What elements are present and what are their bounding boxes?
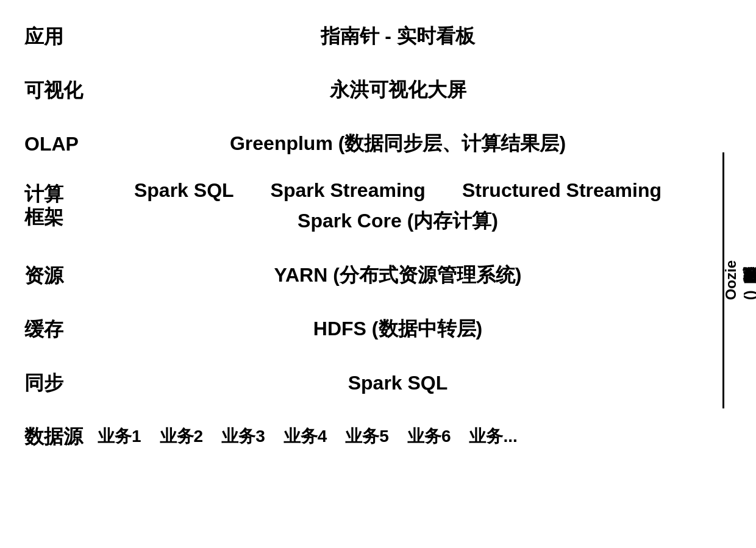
compute-label-line1: 计算: [24, 182, 98, 205]
datasource-item-6: 业务6: [407, 425, 451, 448]
datasource-item-1: 业务1: [98, 425, 141, 448]
compute-top-row: Spark SQL Spark Streaming Structured Str…: [98, 179, 698, 202]
app-content: 指南针 - 实时看板: [98, 23, 698, 50]
datasource-item-5: 业务5: [345, 425, 389, 448]
datasource-item-more: 业务...: [469, 425, 517, 448]
cache-row: 缓存 HDFS (数据中转层): [24, 311, 732, 347]
compute-row: 计算 框架 Spark SQL Spark Streaming Structur…: [24, 179, 732, 240]
resource-label: 资源: [24, 264, 98, 287]
visualization-text: 永洪可视化大屏: [330, 77, 466, 104]
spark-core-text: Spark Core (内存计算): [298, 210, 498, 232]
datasource-item-2: 业务2: [160, 425, 204, 448]
resource-row: 资源 YARN (分布式资源管理系统): [24, 257, 732, 294]
main-container: 应用 指南针 - 实时看板 可视化 永洪可视化大屏 OLAP Greenplum…: [0, 0, 756, 548]
spark-sql-text: Spark SQL: [134, 179, 234, 202]
resource-content: YARN (分布式资源管理系统): [98, 262, 698, 289]
app-text: 指南针 - 实时看板: [321, 23, 474, 50]
datasource-item-3: 业务3: [221, 425, 265, 448]
cache-label: 缓存: [24, 318, 98, 341]
structured-streaming-text: Structured Streaming: [462, 179, 661, 202]
compute-label: 计算 框架: [24, 179, 98, 229]
compute-label-line2: 框架: [24, 205, 98, 229]
olap-row: OLAP Greenplum (数据同步层、计算结果层): [24, 126, 732, 162]
resource-text: YARN (分布式资源管理系统): [274, 262, 522, 289]
compute-content: Spark SQL Spark Streaming Structured Str…: [98, 179, 698, 235]
cache-text: HDFS (数据中转层): [313, 316, 482, 343]
olap-content: Greenplum (数据同步层、计算结果层): [98, 130, 698, 157]
visualization-label: 可视化: [24, 79, 98, 102]
datasource-label: 数据源: [24, 425, 98, 448]
app-row: 应用 指南针 - 实时看板: [24, 18, 732, 55]
olap-text: Greenplum (数据同步层、计算结果层): [230, 130, 566, 157]
side-label-text: Oozie(工作流管理系统): [721, 260, 756, 300]
sync-row: 同步 Spark SQL: [24, 365, 732, 401]
visualization-row: 可视化 永洪可视化大屏: [24, 72, 732, 109]
sync-label: 同步: [24, 371, 98, 394]
datasource-row: 数据源 业务1 业务2 业务3 业务4 业务5 业务6 业务...: [24, 418, 732, 455]
side-label-container: Oozie(工作流管理系统): [722, 152, 756, 408]
visualization-content: 永洪可视化大屏: [98, 77, 698, 104]
datasource-item-4: 业务4: [284, 425, 327, 448]
app-label: 应用: [24, 25, 98, 48]
cache-content: HDFS (数据中转层): [98, 316, 698, 343]
compute-bottom-row: Spark Core (内存计算): [298, 208, 498, 235]
sync-content: Spark SQL: [98, 372, 698, 394]
datasource-items: 业务1 业务2 业务3 业务4 业务5 业务6 业务...: [98, 425, 732, 448]
spark-streaming-text: Spark Streaming: [271, 179, 426, 202]
olap-label: OLAP: [24, 132, 98, 155]
sync-text: Spark SQL: [348, 372, 448, 394]
